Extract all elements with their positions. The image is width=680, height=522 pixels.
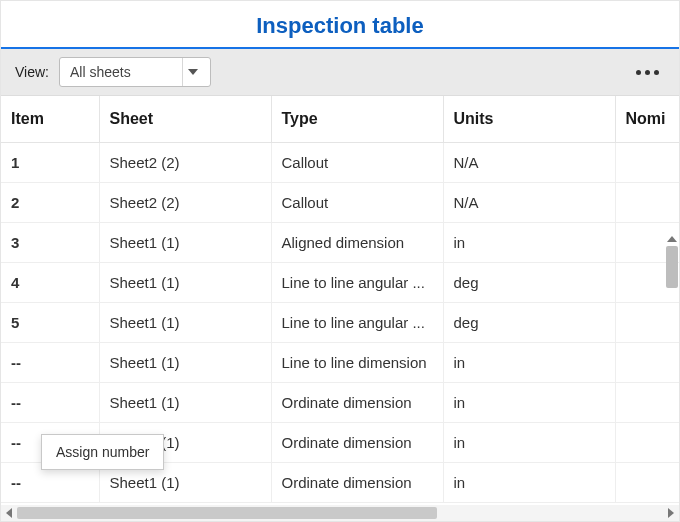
horizontal-scroll-thumb[interactable]: [17, 507, 437, 519]
vertical-scrollbar[interactable]: [665, 236, 679, 316]
scroll-left-icon: [1, 505, 17, 521]
cell-units: N/A: [443, 143, 615, 183]
cell-units: deg: [443, 303, 615, 343]
cell-type: Ordinate dimension: [271, 463, 443, 503]
table-row[interactable]: 5Sheet1 (1)Line to line angular ...deg75…: [1, 303, 679, 343]
cell-sheet: Sheet1 (1): [99, 303, 271, 343]
cell-item: 2: [1, 183, 99, 223]
table-row[interactable]: 4Sheet1 (1)Line to line angular ...deg32…: [1, 263, 679, 303]
cell-sheet: Sheet1 (1): [99, 383, 271, 423]
cell-item: 4: [1, 263, 99, 303]
more-options-button[interactable]: [630, 66, 665, 79]
cell-units: N/A: [443, 183, 615, 223]
cell-item: 1: [1, 143, 99, 183]
cell-nominal: 2.: [615, 183, 679, 223]
cell-units: in: [443, 463, 615, 503]
cell-nominal: .00: [615, 383, 679, 423]
cell-type: Line to line angular ...: [271, 303, 443, 343]
table-row[interactable]: 2Sheet2 (2)CalloutN/A2.: [1, 183, 679, 223]
cell-sheet: Sheet1 (1): [99, 263, 271, 303]
cell-item: --: [1, 343, 99, 383]
cell-sheet: Sheet1 (1): [99, 223, 271, 263]
col-units[interactable]: Units: [443, 96, 615, 143]
table-row[interactable]: 1Sheet2 (2)CalloutN/A1.: [1, 143, 679, 183]
cell-item: --: [1, 383, 99, 423]
col-nominal[interactable]: Nomi: [615, 96, 679, 143]
cell-sheet: Sheet1 (1): [99, 343, 271, 383]
chevron-down-icon: [182, 58, 204, 86]
view-select-value: All sheets: [70, 64, 131, 80]
cell-units: in: [443, 343, 615, 383]
cell-type: Aligned dimension: [271, 223, 443, 263]
cell-units: in: [443, 423, 615, 463]
cell-sheet: Sheet2 (2): [99, 143, 271, 183]
cell-nominal: .23: [615, 423, 679, 463]
table-viewport: Item Sheet Type Units Nomi 1Sheet2 (2)Ca…: [1, 96, 679, 521]
panel-title: Inspection table: [1, 1, 679, 49]
horizontal-scrollbar[interactable]: [1, 505, 679, 521]
scroll-right-icon: [663, 505, 679, 521]
dots-icon: [636, 70, 641, 75]
cell-nominal: .33: [615, 343, 679, 383]
cell-type: Line to line dimension: [271, 343, 443, 383]
col-type[interactable]: Type: [271, 96, 443, 143]
cell-units: in: [443, 383, 615, 423]
cell-type: Ordinate dimension: [271, 423, 443, 463]
inspection-table-panel: Inspection table View: All sheets Item: [0, 0, 680, 522]
toolbar: View: All sheets: [1, 49, 679, 96]
assign-number-tooltip: Assign number: [41, 434, 164, 470]
table-header-row: Item Sheet Type Units Nomi: [1, 96, 679, 143]
cell-type: Line to line angular ...: [271, 263, 443, 303]
cell-type: Callout: [271, 143, 443, 183]
table-row[interactable]: 3Sheet1 (1)Aligned dimensionin.89: [1, 223, 679, 263]
view-label: View:: [15, 64, 49, 80]
col-item[interactable]: Item: [1, 96, 99, 143]
cell-sheet: Sheet2 (2): [99, 183, 271, 223]
cell-nominal: .74: [615, 463, 679, 503]
cell-units: in: [443, 223, 615, 263]
vertical-scroll-thumb[interactable]: [666, 246, 678, 288]
table-row[interactable]: --Sheet1 (1)Ordinate dimensionin.00: [1, 383, 679, 423]
cell-type: Callout: [271, 183, 443, 223]
table-row[interactable]: --Sheet1 (1)Line to line dimensionin.33: [1, 343, 679, 383]
cell-type: Ordinate dimension: [271, 383, 443, 423]
cell-nominal: 1.: [615, 143, 679, 183]
view-select[interactable]: All sheets: [59, 57, 211, 87]
horizontal-scroll-track[interactable]: [17, 507, 663, 519]
scroll-up-icon: [667, 236, 677, 242]
cell-units: deg: [443, 263, 615, 303]
cell-item: 5: [1, 303, 99, 343]
cell-item: 3: [1, 223, 99, 263]
col-sheet[interactable]: Sheet: [99, 96, 271, 143]
